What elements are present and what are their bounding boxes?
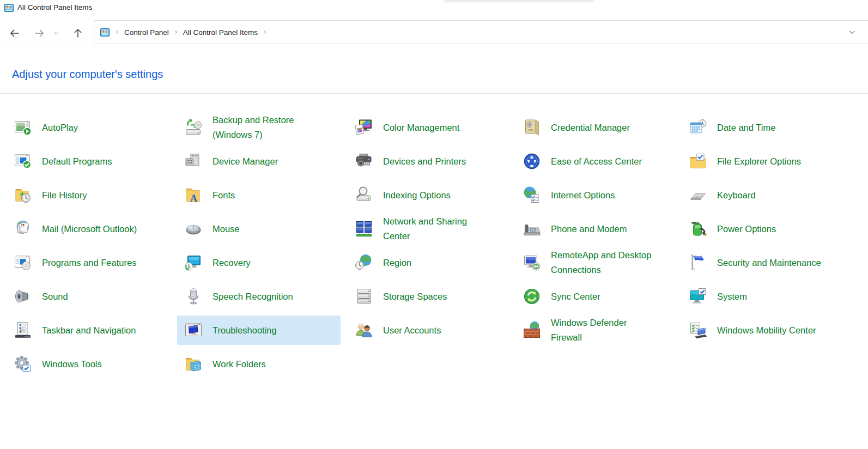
item-label: Troubleshooting — [213, 323, 277, 338]
region-icon — [354, 253, 374, 272]
item-label: Recovery — [213, 256, 251, 270]
control-panel-item-file-history[interactable]: File History — [7, 180, 170, 210]
control-panel-item-file-explorer-options[interactable]: File Explorer Options — [682, 147, 845, 176]
control-panel-item-sound[interactable]: Sound — [7, 282, 170, 311]
windows-defender-firewall-icon — [522, 320, 542, 340]
mouse-icon — [184, 219, 203, 239]
recovery-icon — [184, 253, 203, 272]
item-label: Indexing Options — [383, 188, 451, 203]
control-panel-location-icon — [100, 28, 110, 37]
control-panel-item-work-folders[interactable]: Work Folders — [177, 349, 341, 379]
fonts-icon: A — [184, 185, 203, 205]
item-label: Credential Manager — [551, 120, 630, 135]
indexing-options-icon — [354, 185, 374, 205]
item-label: Default Programs — [42, 154, 112, 169]
chevron-down-icon — [53, 30, 59, 37]
item-label: Work Folders — [213, 357, 266, 372]
device-manager-icon — [184, 151, 203, 171]
item-label: Internet Options — [551, 188, 615, 203]
remoteapp-icon — [522, 253, 542, 272]
control-panel-item-credential-manager[interactable]: Credential Manager — [515, 113, 679, 142]
forward-button[interactable] — [30, 24, 48, 43]
control-panel-item-storage-spaces[interactable]: Storage Spaces — [348, 282, 511, 311]
item-label: Ease of Access Center — [551, 154, 642, 169]
control-panel-item-fonts[interactable]: AFonts — [177, 180, 341, 210]
control-panel-item-indexing-options[interactable]: Indexing Options — [348, 180, 511, 210]
file-history-icon — [13, 185, 33, 205]
window-snap-shadow-artifact — [444, 0, 594, 4]
control-panel-item-power-options[interactable]: Power Options — [682, 214, 845, 244]
item-label: Device Manager — [213, 154, 278, 169]
control-panel-item-windows-tools[interactable]: Windows Tools — [7, 349, 170, 379]
control-panel-item-recovery[interactable]: Recovery — [177, 248, 341, 277]
phone-modem-icon — [522, 219, 542, 239]
control-panel-grid: AutoPlayBackup and Restore (Windows 7)Co… — [0, 111, 868, 381]
item-label: Sound — [42, 289, 68, 304]
item-label: Color Management — [383, 120, 459, 135]
control-panel-item-keyboard[interactable]: Keyboard — [682, 180, 845, 210]
user-accounts-icon — [354, 320, 374, 340]
control-panel-item-windows-mobility-center[interactable]: Windows Mobility Center — [682, 315, 845, 345]
control-panel-item-programs-features[interactable]: Programs and Features — [7, 248, 170, 277]
control-panel-item-windows-defender-firewall[interactable]: Windows Defender Firewall — [515, 315, 679, 345]
control-panel-item-user-accounts[interactable]: User Accounts — [348, 315, 511, 345]
control-panel-item-ease-of-access[interactable]: Ease of Access Center — [515, 147, 679, 176]
address-dropdown-button[interactable] — [845, 25, 859, 39]
sound-icon — [13, 287, 33, 306]
item-label: Programs and Features — [42, 256, 136, 270]
item-label: Fonts — [213, 188, 235, 203]
item-label: Keyboard — [717, 188, 756, 203]
system-icon — [688, 287, 708, 306]
item-label: Power Options — [717, 222, 776, 236]
back-button[interactable] — [5, 24, 24, 43]
devices-printers-icon — [354, 151, 374, 171]
control-panel-item-date-time[interactable]: Date and Time — [682, 113, 845, 142]
control-panel-item-network-sharing[interactable]: Network and Sharing Center — [348, 214, 511, 244]
item-label: Speech Recognition — [213, 289, 293, 304]
item-label: Taskbar and Navigation — [42, 323, 136, 338]
control-panel-item-mouse[interactable]: Mouse — [177, 214, 341, 244]
default-programs-icon — [13, 151, 33, 171]
control-panel-item-default-programs[interactable]: Default Programs — [7, 147, 170, 176]
control-panel-item-internet-options[interactable]: Internet Options — [515, 180, 679, 210]
address-bar[interactable]: Control Panel All Control Panel Items — [94, 20, 868, 44]
file-explorer-options-icon — [688, 151, 708, 171]
control-panel-item-speech-recognition[interactable]: Speech Recognition — [177, 282, 341, 311]
control-panel-item-troubleshooting[interactable]: Troubleshooting — [177, 315, 341, 345]
autoplay-icon — [13, 118, 33, 137]
breadcrumb-chevron-icon[interactable] — [260, 28, 269, 37]
item-label: Devices and Printers — [383, 154, 466, 169]
control-panel-item-sync-center[interactable]: Sync Center — [515, 282, 679, 311]
up-button[interactable] — [69, 24, 87, 43]
control-panel-item-region[interactable]: Region — [348, 248, 511, 277]
breadcrumb-chevron-icon[interactable] — [172, 28, 180, 37]
control-panel-item-autoplay[interactable]: AutoPlay — [7, 113, 170, 142]
troubleshooting-icon — [184, 320, 203, 340]
control-panel-item-security-maintenance[interactable]: Security and Maintenance — [682, 248, 845, 277]
control-panel-item-mail[interactable]: Mail (Microsoft Outlook) — [7, 214, 170, 244]
item-label: RemoteApp and Desktop Connections — [551, 248, 651, 277]
control-panel-item-color-management[interactable]: Color Management — [348, 113, 511, 142]
item-label: Mouse — [213, 222, 240, 236]
storage-spaces-icon — [354, 287, 374, 306]
control-panel-item-system[interactable]: System — [682, 282, 845, 311]
keyboard-icon — [688, 185, 708, 205]
windows-tools-icon — [13, 354, 33, 374]
item-label: User Accounts — [383, 323, 441, 338]
item-label: Mail (Microsoft Outlook) — [42, 222, 137, 236]
control-panel-item-backup-restore[interactable]: Backup and Restore (Windows 7) — [177, 113, 341, 142]
backup-restore-icon — [184, 118, 203, 137]
control-panel-item-taskbar-navigation[interactable]: Taskbar and Navigation — [7, 315, 170, 345]
sync-center-icon — [522, 287, 542, 306]
window-titlebar: All Control Panel Items — [0, 0, 868, 20]
control-panel-item-remoteapp[interactable]: RemoteApp and Desktop Connections — [515, 248, 679, 277]
recent-locations-dropdown-button[interactable] — [50, 24, 62, 43]
breadcrumb-chevron-icon[interactable] — [113, 28, 122, 37]
item-label: Backup and Restore (Windows 7) — [213, 113, 294, 142]
control-panel-item-devices-printers[interactable]: Devices and Printers — [348, 147, 511, 176]
control-panel-item-device-manager[interactable]: Device Manager — [177, 147, 341, 176]
breadcrumb-all-control-panel-items[interactable]: All Control Panel Items — [181, 28, 259, 37]
item-label: AutoPlay — [42, 120, 78, 135]
control-panel-item-phone-modem[interactable]: Phone and Modem — [515, 214, 679, 244]
breadcrumb-control-panel[interactable]: Control Panel — [123, 28, 171, 37]
